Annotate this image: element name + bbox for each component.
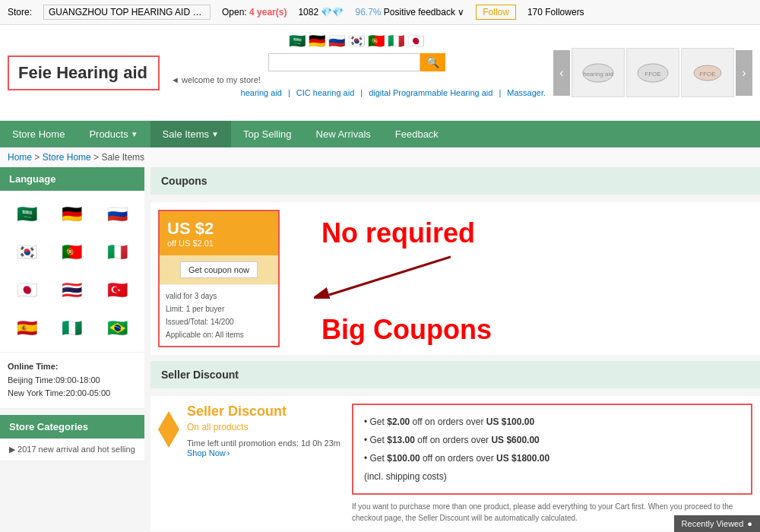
diamond-bottom <box>158 429 179 448</box>
coupon-card: US $2 off US $2.01 Get coupon now valid … <box>158 210 280 347</box>
reviews-count: 1082 💎💎 <box>298 7 344 17</box>
get-coupon-button[interactable]: Get coupon now <box>180 261 258 278</box>
flag-kr[interactable]: 🇰🇷 <box>348 33 365 49</box>
welcome-text: welcome to my store! <box>167 75 261 84</box>
coupon-amount: US $2 <box>167 219 271 239</box>
flag-br[interactable]: 🇧🇷 <box>101 312 133 344</box>
coupon-annotations: No required Big Coupons <box>291 210 752 346</box>
discount-tier-3: • Get $100.00 off on orders over US $180… <box>364 449 740 467</box>
search-button[interactable]: 🔍 <box>420 53 445 71</box>
svg-line-10 <box>329 257 451 295</box>
top-bar: Store: GUANGZHOU TOP HEARING AID FOR ELD… <box>0 0 760 25</box>
search-row: 🔍 <box>268 53 445 71</box>
discount-title: Seller Discount <box>187 404 340 420</box>
discount-box: • Get $2.00 off on orders over US $100.0… <box>352 404 752 495</box>
open-label: Open: 4 year(s) <box>222 7 287 17</box>
svg-text:FFOE: FFOE <box>699 71 715 78</box>
online-time-title: Online Time: <box>8 360 137 374</box>
store-logo: Feie Hearing aid <box>8 55 160 90</box>
svg-text:FFOE: FFOE <box>644 71 660 78</box>
flag-jp[interactable]: 🇯🇵 <box>407 33 424 49</box>
flag-it[interactable]: 🇮🇹 <box>101 236 133 268</box>
next-image-arrow[interactable]: › <box>736 50 752 96</box>
nav-new-arrivals[interactable]: New Arrivals <box>304 121 383 147</box>
discount-text: Seller Discount On all products Time lef… <box>187 404 340 458</box>
nav-store-home[interactable]: Store Home <box>0 121 77 147</box>
followers-count: 170 Followers <box>527 7 584 17</box>
seller-discount-section-header: Seller Discount <box>150 361 760 388</box>
flag-kr[interactable]: 🇰🇷 <box>11 236 43 268</box>
link-massager[interactable]: Massager. <box>507 88 546 97</box>
link-cic[interactable]: CIC hearing aid <box>296 88 354 97</box>
discount-time: Time left until promotion ends: 1d 0h 23… <box>187 439 340 448</box>
discount-subtitle: On all products <box>187 422 340 432</box>
prev-image-arrow[interactable]: ‹ <box>553 50 570 96</box>
header-images: ‹ hearing aid FFOE FFOE › <box>553 48 752 97</box>
annotation-big-coupons: Big Coupons <box>321 314 752 346</box>
flag-pt[interactable]: 🇵🇹 <box>368 33 385 49</box>
flag-th[interactable]: 🇹🇭 <box>56 274 88 306</box>
language-section-header: Language <box>0 167 144 191</box>
follow-button[interactable]: Follow <box>476 5 516 20</box>
flag-sa[interactable]: 🇸🇦 <box>11 198 43 230</box>
nav-sale-items[interactable]: Sale Items ▼ <box>150 121 231 147</box>
discount-left: Seller Discount On all products Time lef… <box>158 404 340 458</box>
sale-items-dropdown-arrow: ▼ <box>211 130 219 138</box>
search-input[interactable] <box>268 53 420 71</box>
nav-feedback[interactable]: Feedback <box>383 121 451 147</box>
coupons-section-header: Coupons <box>150 167 760 195</box>
flag-ru[interactable]: 🇷🇺 <box>328 33 345 49</box>
nav-products[interactable]: Products ▼ <box>77 121 150 147</box>
flag-row: 🇸🇦 🇩🇪 🇷🇺 🇰🇷 🇵🇹 🇮🇹 🇯🇵 <box>289 33 424 49</box>
coupon-limit: Limit: 1 per buyer <box>166 302 272 315</box>
coupon-valid: valid for 3 days <box>166 290 272 302</box>
coupon-applicable: Applicable on: All items <box>166 328 272 341</box>
online-time: Online Time: Beijing Time:09:00-18:00 Ne… <box>0 353 144 409</box>
annotation-no-required: No required <box>321 217 752 249</box>
flag-pt[interactable]: 🇵🇹 <box>56 236 88 268</box>
product-thumb-2[interactable]: FFOE <box>626 48 679 97</box>
flag-jp[interactable]: 🇯🇵 <box>11 274 43 306</box>
category-item-1[interactable]: ▶ 2017 new arrival and hot selling <box>0 439 144 461</box>
discount-right: • Get $2.00 off on orders over US $100.0… <box>352 404 752 524</box>
flag-tr[interactable]: 🇹🇷 <box>101 274 133 306</box>
coupon-top: US $2 off US $2.01 <box>160 211 278 255</box>
feedback-pct: 96.7% Positive feedback ∨ <box>355 7 464 17</box>
link-digital[interactable]: digital Programmable Hearing aid <box>369 88 492 97</box>
breadcrumb-home[interactable]: Home <box>8 152 32 163</box>
coupon-issued: Issued/Total: 14/200 <box>166 315 272 328</box>
flag-it[interactable]: 🇮🇹 <box>388 33 404 49</box>
breadcrumb-store-home[interactable]: Store Home <box>43 152 91 163</box>
discount-tier-1: • Get $2.00 off on orders over US $100.0… <box>364 413 740 431</box>
store-label: Store: <box>8 7 32 17</box>
category-arrow: ▶ <box>9 445 17 454</box>
breadcrumb: Home > Store Home > Sale Items <box>0 147 760 167</box>
flag-es[interactable]: 🇪🇸 <box>11 312 43 344</box>
nav-top-selling[interactable]: Top Selling <box>231 121 304 147</box>
products-dropdown-arrow: ▼ <box>131 130 138 138</box>
link-hearing-aid[interactable]: hearing aid <box>241 88 282 97</box>
breadcrumb-current: Sale Items <box>101 152 144 163</box>
coupons-area: US $2 off US $2.01 Get coupon now valid … <box>150 202 760 355</box>
flag-ng[interactable]: 🇳🇬 <box>56 312 88 344</box>
beijing-time: Beijing Time:09:00-18:00 <box>8 374 137 388</box>
discount-icon <box>158 404 179 448</box>
diamond-top <box>158 411 179 429</box>
svg-text:hearing aid: hearing aid <box>583 71 613 78</box>
flag-de[interactable]: 🇩🇪 <box>56 198 88 230</box>
open-years: 4 year(s) <box>249 7 287 17</box>
flag-ru[interactable]: 🇷🇺 <box>101 198 133 230</box>
annotation-area: No required Big Coupons <box>314 217 752 346</box>
recently-viewed-icon: ● <box>747 519 752 528</box>
flag-sa[interactable]: 🇸🇦 <box>289 33 306 49</box>
product-thumb-3[interactable]: FFOE <box>681 48 734 97</box>
shop-now-link[interactable]: Shop Now › <box>187 448 230 458</box>
recently-viewed-button[interactable]: Recently Viewed ● <box>674 515 760 532</box>
flag-de[interactable]: 🇩🇪 <box>309 33 325 49</box>
coupon-details: valid for 3 days Limit: 1 per buyer Issu… <box>160 284 278 346</box>
coupon-btn-area: Get coupon now <box>160 255 278 284</box>
product-thumb-1[interactable]: hearing aid <box>572 48 625 97</box>
incl-shipping: (incl. shipping costs) <box>364 467 740 486</box>
seller-discount-area: Seller Discount On all products Time lef… <box>150 396 760 531</box>
recently-viewed-label: Recently Viewed <box>682 519 744 528</box>
